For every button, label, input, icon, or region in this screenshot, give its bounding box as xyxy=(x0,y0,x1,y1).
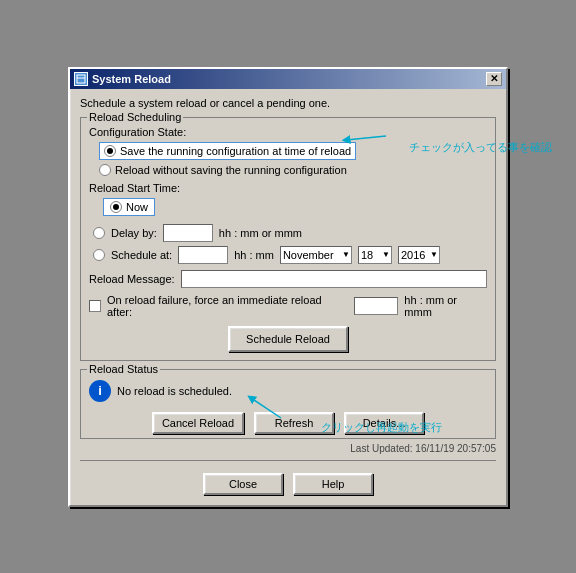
annotation2-text: クリックし再起動を実行 xyxy=(321,420,442,435)
reload-message-input[interactable] xyxy=(181,270,487,288)
close-button[interactable]: Close xyxy=(203,473,283,495)
schedule-hint: hh : mm xyxy=(234,249,274,261)
status-info-row: i No reload is scheduled. クリックし再起動を実行 xyxy=(89,376,487,406)
delay-hint: hh : mm or mmm xyxy=(219,227,302,239)
force-reload-input[interactable] xyxy=(354,297,398,315)
year-select-wrapper: 2016 ▼ xyxy=(398,246,440,264)
now-label: Now xyxy=(126,201,148,213)
radio-now[interactable] xyxy=(110,201,122,213)
svg-rect-0 xyxy=(77,75,85,83)
status-text: No reload is scheduled. xyxy=(117,385,232,397)
radio-schedule[interactable] xyxy=(93,249,105,261)
checkbox-row: On reload failure, force an immediate re… xyxy=(89,294,487,318)
schedule-at-label: Schedule at: xyxy=(111,249,172,261)
reload-start-time-label: Reload Start Time: xyxy=(89,182,487,194)
system-reload-window: System Reload ✕ Schedule a system reload… xyxy=(68,67,508,507)
title-bar: System Reload ✕ xyxy=(70,69,506,89)
schedule-reload-wrapper: Schedule Reload xyxy=(89,326,487,352)
year-select[interactable]: 2016 xyxy=(398,246,440,264)
window-icon xyxy=(74,72,88,86)
cancel-reload-button[interactable]: Cancel Reload xyxy=(152,412,244,434)
last-updated-text: Last Updated: 16/11/19 20:57:05 xyxy=(80,443,496,454)
delay-by-row: Delay by: hh : mm or mmm xyxy=(89,224,487,242)
subtitle-text: Schedule a system reload or cancel a pen… xyxy=(80,97,496,109)
annotation1-text: チェックが入ってる事を確認 xyxy=(409,140,552,155)
config-state-section: Configuration State: Save the running co… xyxy=(89,126,487,264)
schedule-time-input[interactable] xyxy=(178,246,228,264)
now-highlighted[interactable]: Now xyxy=(103,198,155,216)
window-body: Schedule a system reload or cancel a pen… xyxy=(70,89,506,505)
info-icon: i xyxy=(89,380,111,402)
help-button[interactable]: Help xyxy=(293,473,373,495)
bottom-divider xyxy=(80,460,496,461)
radio-delay[interactable] xyxy=(93,227,105,239)
radio1-label: Save the running configuration at time o… xyxy=(120,145,351,157)
reload-message-row: Reload Message: xyxy=(89,270,487,288)
delay-label: Delay by: xyxy=(111,227,157,239)
schedule-at-row: Schedule at: hh : mm November ▼ 18 xyxy=(89,246,487,264)
now-section: Now xyxy=(103,198,487,220)
force-reload-hint: hh : mm or mmm xyxy=(404,294,487,318)
month-select-wrapper: November ▼ xyxy=(280,246,352,264)
reload-message-label: Reload Message: xyxy=(89,273,175,285)
radio2-label: Reload without saving the running config… xyxy=(115,164,347,176)
reload-scheduling-group: Reload Scheduling Configuration State: S… xyxy=(80,117,496,361)
window-title: System Reload xyxy=(92,73,171,85)
schedule-reload-button[interactable]: Schedule Reload xyxy=(228,326,348,352)
delay-input[interactable] xyxy=(163,224,213,242)
radio1-highlighted[interactable]: Save the running configuration at time o… xyxy=(99,142,356,160)
radio-no-save-config[interactable] xyxy=(99,164,111,176)
config-state-label: Configuration State: xyxy=(89,126,487,138)
force-reload-checkbox[interactable] xyxy=(89,300,101,312)
radio2-row: Reload without saving the running config… xyxy=(99,164,487,176)
month-select[interactable]: November xyxy=(280,246,352,264)
day-select-wrapper: 18 ▼ xyxy=(358,246,392,264)
reload-scheduling-label: Reload Scheduling xyxy=(87,111,183,123)
radio-save-config[interactable] xyxy=(104,145,116,157)
checkbox-label: On reload failure, force an immediate re… xyxy=(107,294,348,318)
reload-status-group: Reload Status i No reload is scheduled. … xyxy=(80,369,496,439)
bottom-buttons-row: Close Help xyxy=(80,467,496,499)
close-window-button[interactable]: ✕ xyxy=(486,72,502,86)
day-select[interactable]: 18 xyxy=(358,246,392,264)
reload-status-label: Reload Status xyxy=(87,363,160,375)
radio1-row: Save the running configuration at time o… xyxy=(99,142,487,160)
